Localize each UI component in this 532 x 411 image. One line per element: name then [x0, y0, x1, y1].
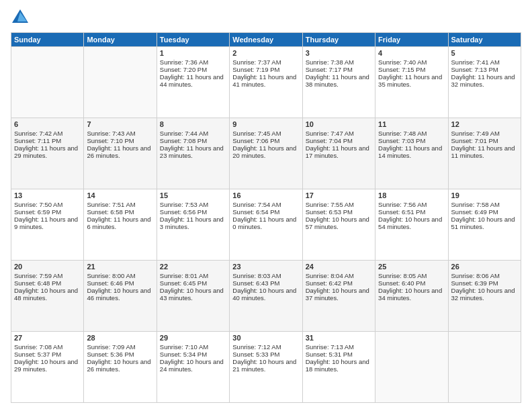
sunrise-text: Sunrise: 7:48 AM: [378, 130, 427, 137]
daylight-text: Daylight: 11 hours and 38 minutes.: [306, 73, 369, 88]
sunset-text: Sunset: 5:33 PM: [232, 351, 279, 358]
calendar-cell: 25Sunrise: 8:05 AMSunset: 6:40 PMDayligh…: [375, 261, 448, 332]
sunset-text: Sunset: 5:34 PM: [160, 351, 207, 358]
day-number: 30: [232, 334, 299, 342]
weekday-header-saturday: Saturday: [448, 33, 521, 47]
sunrise-text: Sunrise: 7:10 AM: [160, 343, 208, 351]
day-number: 14: [87, 191, 153, 199]
day-number: 26: [451, 263, 518, 271]
sunrise-text: Sunrise: 7:41 AM: [451, 58, 500, 66]
calendar-cell: 29Sunrise: 7:10 AMSunset: 5:34 PMDayligh…: [157, 332, 229, 403]
sunset-text: Sunset: 6:43 PM: [232, 279, 279, 287]
sunrise-text: Sunrise: 7:36 AM: [160, 58, 208, 66]
calendar-cell: 21Sunrise: 8:00 AMSunset: 6:46 PMDayligh…: [84, 261, 157, 332]
sunset-text: Sunset: 6:39 PM: [451, 279, 498, 287]
daylight-text: Daylight: 10 hours and 57 minutes.: [306, 216, 369, 230]
calendar-cell: 30Sunrise: 7:12 AMSunset: 5:33 PMDayligh…: [230, 332, 302, 403]
calendar-cell: 13Sunrise: 7:50 AMSunset: 6:59 PMDayligh…: [11, 189, 84, 261]
sunset-text: Sunset: 6:59 PM: [14, 208, 61, 216]
calendar-cell: 7Sunrise: 7:43 AMSunset: 7:10 PMDaylight…: [84, 118, 157, 189]
sunrise-text: Sunrise: 7:44 AM: [160, 130, 208, 137]
day-number: 17: [306, 191, 372, 199]
daylight-text: Daylight: 11 hours and 3 minutes.: [160, 216, 224, 230]
calendar-cell: 24Sunrise: 8:04 AMSunset: 6:42 PMDayligh…: [302, 261, 375, 332]
calendar-cell: [448, 332, 521, 403]
daylight-text: Daylight: 10 hours and 32 minutes.: [451, 287, 515, 302]
daylight-text: Daylight: 11 hours and 6 minutes.: [87, 216, 150, 230]
day-number: 15: [160, 191, 226, 199]
calendar-cell: [375, 332, 448, 403]
calendar-cell: 15Sunrise: 7:53 AMSunset: 6:56 PMDayligh…: [157, 189, 229, 261]
day-number: 3: [306, 49, 372, 57]
sunrise-text: Sunrise: 7:08 AM: [14, 343, 62, 351]
daylight-text: Daylight: 11 hours and 9 minutes.: [14, 216, 78, 230]
sunrise-text: Sunrise: 7:09 AM: [87, 343, 135, 351]
daylight-text: Daylight: 11 hours and 20 minutes.: [232, 144, 296, 159]
sunrise-text: Sunrise: 7:54 AM: [232, 201, 281, 208]
daylight-text: Daylight: 10 hours and 26 minutes.: [87, 358, 150, 373]
calendar-cell: 11Sunrise: 7:48 AMSunset: 7:03 PMDayligh…: [375, 118, 448, 189]
day-number: 27: [14, 334, 81, 342]
day-number: 16: [232, 191, 299, 199]
sunset-text: Sunset: 6:53 PM: [306, 208, 353, 216]
sunset-text: Sunset: 7:19 PM: [232, 66, 279, 73]
calendar-cell: 6Sunrise: 7:42 AMSunset: 7:11 PMDaylight…: [11, 118, 84, 189]
daylight-text: Daylight: 11 hours and 44 minutes.: [160, 73, 224, 88]
calendar-cell: 27Sunrise: 7:08 AMSunset: 5:37 PMDayligh…: [11, 332, 84, 403]
day-number: 21: [87, 263, 153, 271]
sunrise-text: Sunrise: 7:56 AM: [378, 201, 427, 208]
day-number: 18: [378, 191, 445, 199]
calendar-cell: 16Sunrise: 7:54 AMSunset: 6:54 PMDayligh…: [230, 189, 302, 261]
sunrise-text: Sunrise: 7:55 AM: [306, 201, 354, 208]
daylight-text: Daylight: 10 hours and 51 minutes.: [451, 216, 515, 230]
day-number: 22: [160, 263, 226, 271]
sunset-text: Sunset: 6:56 PM: [160, 208, 207, 216]
sunset-text: Sunset: 7:03 PM: [378, 137, 425, 144]
daylight-text: Daylight: 11 hours and 41 minutes.: [232, 73, 296, 88]
calendar-cell: [84, 47, 157, 118]
sunrise-text: Sunrise: 7:45 AM: [232, 130, 281, 137]
sunrise-text: Sunrise: 7:12 AM: [232, 343, 281, 351]
sunset-text: Sunset: 6:51 PM: [378, 208, 425, 216]
header: [11, 8, 521, 27]
daylight-text: Daylight: 10 hours and 21 minutes.: [232, 358, 296, 373]
day-number: 13: [14, 191, 81, 199]
day-number: 31: [306, 334, 372, 342]
sunset-text: Sunset: 7:17 PM: [306, 66, 353, 73]
daylight-text: Daylight: 11 hours and 23 minutes.: [160, 144, 224, 159]
daylight-text: Daylight: 11 hours and 0 minutes.: [232, 216, 296, 230]
logo-icon: [11, 8, 30, 27]
daylight-text: Daylight: 10 hours and 34 minutes.: [378, 287, 442, 302]
day-number: 1: [160, 49, 226, 57]
weekday-header-wednesday: Wednesday: [230, 33, 302, 47]
sunrise-text: Sunrise: 7:43 AM: [87, 130, 135, 137]
daylight-text: Daylight: 10 hours and 54 minutes.: [378, 216, 442, 230]
sunset-text: Sunset: 7:06 PM: [232, 137, 279, 144]
week-row-5: 27Sunrise: 7:08 AMSunset: 5:37 PMDayligh…: [11, 332, 521, 403]
calendar-cell: 19Sunrise: 7:58 AMSunset: 6:49 PMDayligh…: [448, 189, 521, 261]
sunset-text: Sunset: 6:58 PM: [87, 208, 134, 216]
sunset-text: Sunset: 5:36 PM: [87, 351, 134, 358]
daylight-text: Daylight: 10 hours and 40 minutes.: [232, 287, 296, 302]
sunset-text: Sunset: 7:01 PM: [451, 137, 498, 144]
sunset-text: Sunset: 6:54 PM: [232, 208, 279, 216]
day-number: 23: [232, 263, 299, 271]
day-number: 12: [451, 120, 518, 128]
week-row-4: 20Sunrise: 7:59 AMSunset: 6:48 PMDayligh…: [11, 261, 521, 332]
calendar-cell: 20Sunrise: 7:59 AMSunset: 6:48 PMDayligh…: [11, 261, 84, 332]
week-row-1: 1Sunrise: 7:36 AMSunset: 7:20 PMDaylight…: [11, 47, 521, 118]
calendar-table: SundayMondayTuesdayWednesdayThursdayFrid…: [11, 32, 521, 403]
sunrise-text: Sunrise: 7:49 AM: [451, 130, 500, 137]
daylight-text: Daylight: 11 hours and 32 minutes.: [451, 73, 515, 88]
calendar-cell: 31Sunrise: 7:13 AMSunset: 5:31 PMDayligh…: [302, 332, 375, 403]
day-number: 5: [451, 49, 518, 57]
weekday-header-friday: Friday: [375, 33, 448, 47]
sunset-text: Sunset: 5:31 PM: [306, 351, 353, 358]
sunrise-text: Sunrise: 7:38 AM: [306, 58, 354, 66]
sunset-text: Sunset: 7:15 PM: [378, 66, 425, 73]
calendar-cell: 3Sunrise: 7:38 AMSunset: 7:17 PMDaylight…: [302, 47, 375, 118]
sunrise-text: Sunrise: 7:40 AM: [378, 58, 427, 66]
day-number: 9: [232, 120, 299, 128]
day-number: 29: [160, 334, 226, 342]
sunset-text: Sunset: 6:49 PM: [451, 208, 498, 216]
